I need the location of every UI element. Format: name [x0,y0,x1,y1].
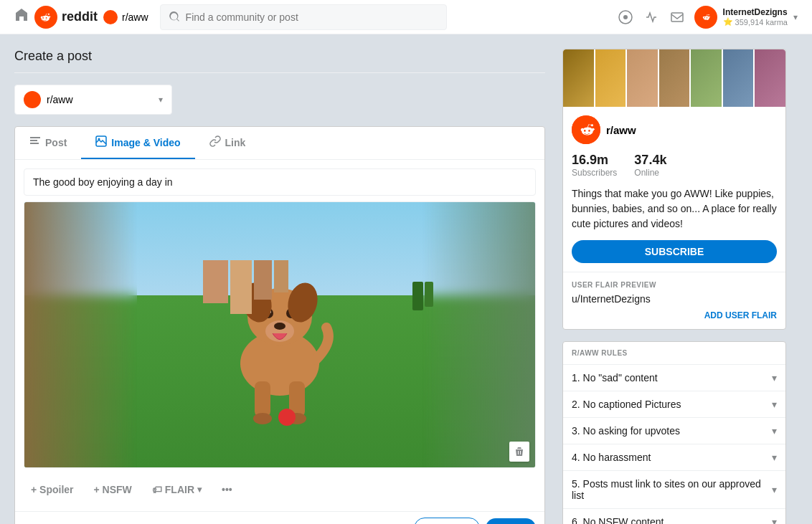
community-img-7 [755,49,785,107]
user-section[interactable]: InternetDezigns ⭐ 359,914 karma ▾ [694,6,798,29]
image-toolbar [509,442,529,462]
community-img-6 [723,49,754,107]
rule-text-3: 3. No asking for upvotes [572,425,772,437]
subscribe-button[interactable]: SUBSCRIBE [572,240,777,263]
subscribers-stat: 16.9m Subscribers [572,153,617,178]
post-title-input[interactable] [24,168,536,196]
blur-overlay-right [422,202,535,467]
rule-item-2[interactable]: 2. No captioned Pictures ▾ [563,391,785,418]
header-subreddit-name: r/aww [122,11,148,23]
rule-item-4[interactable]: 4. No harassment ▾ [563,444,785,471]
brand-name: reddit [62,9,98,24]
blur-overlay-left [24,202,137,467]
chat-icon[interactable] [617,9,634,26]
post-form: Post Image & Video Link [14,126,545,524]
home-icon[interactable] [14,8,29,26]
rule-text-4: 4. No harassment [572,452,772,463]
flair-chevron-icon: ▾ [197,485,202,495]
community-img-1 [563,49,594,107]
header-right: InternetDezigns ⭐ 359,914 karma ▾ [617,6,798,29]
svg-rect-5 [30,137,40,138]
rule-chevron-6: ▾ [772,516,777,524]
rule-chevron-1: ▾ [772,372,777,384]
svg-point-13 [274,323,285,330]
mail-icon[interactable] [669,9,686,26]
community-name: r/aww [606,124,636,136]
tab-link-label: Link [225,137,246,148]
community-img-2 [595,49,626,107]
flair-username: u/InternetDezigns [572,293,777,305]
tab-image-video[interactable]: Image & Video [81,127,194,159]
rule-item-6[interactable]: 6. No NSFW content ▾ [563,509,785,524]
rule-chevron-5: ▾ [772,484,777,495]
tab-post-label: Post [45,137,67,148]
community-img-3 [627,49,658,107]
buildings [203,260,288,314]
svg-rect-3 [671,13,683,22]
nsfw-button[interactable]: + NSFW [87,480,139,500]
trees [412,282,433,310]
rule-text-5: 5. Posts must link to sites on our appro… [572,478,772,501]
header-left: reddit r/aww [14,6,148,29]
spoiler-button[interactable]: + Spoiler [24,480,81,500]
page-content: Create a post r/aww ▾ Post [0,34,812,524]
sub-select-name: r/aww [47,94,153,105]
page-title: Create a post [14,49,545,73]
dog-scene [24,202,535,467]
sidebar: r/aww 16.9m Subscribers 37.4k Online Thi… [562,49,786,524]
post-tabs: Post Image & Video Link [15,127,544,160]
community-description: Things that make you go AWW! Like puppie… [563,186,785,240]
activity-icon[interactable] [643,9,660,26]
image-tab-icon [95,135,107,149]
post-actions: + Spoiler + NSFW 🏷 FLAIR ▾ ••• [24,474,536,502]
svg-rect-20 [255,381,270,417]
tab-link[interactable]: Link [195,127,260,159]
svg-point-24 [278,409,296,426]
rule-text-1: 1. No "sad" content [572,372,772,384]
search-input[interactable] [186,11,438,23]
svg-rect-6 [30,140,37,141]
flair-label: FLAIR [165,484,194,495]
subscribers-label: Subscribers [572,168,617,178]
rule-item-5[interactable]: 5. Posts must link to sites on our appro… [563,471,785,509]
subreddit-dropdown-icon: ▾ [159,95,163,105]
online-stat: 37.4k Online [634,153,666,178]
main-column: Create a post r/aww ▾ Post [14,49,545,524]
flair-section-label: USER FLAIR PREVIEW [572,281,777,289]
post-tab-icon [29,135,41,149]
search-icon [169,11,180,23]
post-button[interactable]: POST [486,518,536,524]
subreddit-select[interactable]: r/aww ▾ [14,85,172,115]
subreddit-indicator: r/aww [103,10,148,24]
cancel-button[interactable]: CANCEL [414,518,480,524]
user-karma: ⭐ 359,914 karma [723,17,788,27]
app-header: reddit r/aww [0,0,812,34]
dog-image [24,202,535,467]
rule-chevron-2: ▾ [772,399,777,410]
sub-select-avatar [24,91,41,108]
more-options-button[interactable]: ••• [214,480,240,500]
rule-text-6: 6. No NSFW content [572,516,772,524]
delete-image-button[interactable] [509,442,529,462]
reddit-logo[interactable]: reddit [34,6,98,29]
flair-button[interactable]: 🏷 FLAIR ▾ [145,480,209,500]
post-body: + Spoiler + NSFW 🏷 FLAIR ▾ ••• [15,160,544,511]
user-avatar [694,6,717,29]
tab-post[interactable]: Post [15,127,81,159]
community-stats: 16.9m Subscribers 37.4k Online [563,153,785,186]
subreddit-avatar [103,10,118,24]
submit-actions: CANCEL POST [15,511,544,524]
add-user-flair-link[interactable]: ADD USER FLAIR [572,310,777,320]
reddit-icon [34,6,57,29]
flair-tag-icon: 🏷 [152,484,162,495]
online-count: 37.4k [634,153,666,168]
user-dropdown-icon: ▾ [793,12,798,22]
user-info: InternetDezigns ⭐ 359,914 karma [723,7,788,27]
search-bar[interactable] [160,4,447,30]
rule-item-3[interactable]: 3. No asking for upvotes ▾ [563,418,785,444]
community-img-5 [691,49,722,107]
rule-item-1[interactable]: 1. No "sad" content ▾ [563,365,785,391]
rule-chevron-3: ▾ [772,425,777,437]
username: InternetDezigns [723,7,788,17]
community-img-4 [659,49,690,107]
